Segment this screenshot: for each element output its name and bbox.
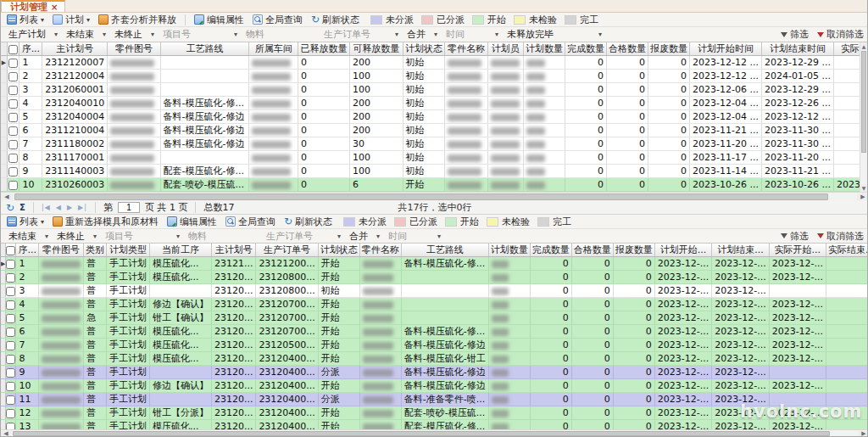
filter-unreleased[interactable]: 未释放完毕▾: [504, 27, 605, 42]
table-row[interactable]: ▶123121200070200初始0002023-12-12 ...2023-…: [1, 56, 867, 70]
row-checkbox[interactable]: [8, 59, 18, 68]
table-row[interactable]: 10普手工计划修边【确认】23120...23120400...开始备料-模压硫…: [1, 379, 868, 393]
reselect-mold-material-button[interactable]: 重新选择模具和原材料: [50, 215, 161, 229]
row-checkbox[interactable]: [8, 99, 18, 109]
filter-not-finished[interactable]: 未结束▾: [63, 27, 109, 42]
table-row[interactable]: ▶1普手工计划模压硫化...23121...23121200...开始备料-模压…: [1, 257, 868, 271]
row-checkbox[interactable]: [8, 181, 18, 190]
refresh-status-button[interactable]: ↻刷新状态: [281, 215, 335, 229]
filter-merge[interactable]: 合并▾: [346, 229, 383, 244]
column-header[interactable]: 工艺路线: [401, 244, 488, 257]
filter-order-no-input[interactable]: 生产订单号▾: [320, 27, 402, 42]
column-header[interactable]: 零件名称: [359, 244, 401, 257]
table-row[interactable]: 7普手工计划模压硫化...23120...23120500...开始备料-模压硫…: [1, 339, 868, 352]
table-row[interactable]: 823111700010100初始0002023-11-17 ...2023-1…: [1, 151, 867, 165]
column-header[interactable]: 计划数量: [488, 244, 530, 257]
row-checkbox[interactable]: [6, 328, 15, 337]
column-header[interactable]: 完成数量: [530, 244, 571, 257]
row-checkbox[interactable]: [6, 300, 15, 310]
scroll-right-icon[interactable]: ▶: [859, 431, 868, 436]
scroll-left-icon[interactable]: ◀: [1, 193, 13, 200]
row-checkbox[interactable]: [6, 355, 15, 364]
list-button[interactable]: 列表▾: [4, 215, 47, 229]
column-header[interactable]: 所属车间: [249, 42, 298, 56]
column-header[interactable]: 类别: [83, 244, 106, 257]
next-page-button[interactable]: ▶: [67, 204, 73, 211]
table-row[interactable]: 5急手工计划钳工【确认】23120...23120700...开始0002023…: [1, 311, 868, 325]
table-row[interactable]: 6普手工计划模压硫化...23120...23120700...开始备料-模压硫…: [1, 325, 868, 339]
tab-close-icon[interactable]: ×: [51, 3, 58, 12]
filter-time[interactable]: 时间▾: [442, 27, 502, 42]
filter-not-terminated[interactable]: 未终止▾: [111, 27, 158, 42]
table-row[interactable]: 102310260003配套-喷砂-模压硫...06开始0002023-10-2…: [1, 178, 867, 192]
table-row[interactable]: 92311140003配套-模压硫化-修...0100初始0002023-11-…: [1, 165, 867, 178]
column-header[interactable]: 计划状态: [403, 42, 445, 56]
row-checkbox[interactable]: [6, 368, 15, 378]
vertical-scrollbar[interactable]: ▲ ▼: [860, 42, 867, 192]
table-row[interactable]: 223121200040100初始0002023-12-12 ...2024-0…: [1, 70, 867, 83]
kit-analyze-release-button[interactable]: 齐套分析并释放: [96, 13, 179, 27]
column-header[interactable]: 实际开始...: [769, 244, 826, 257]
prev-page-button[interactable]: ◀: [56, 204, 62, 211]
row-checkbox[interactable]: [8, 86, 18, 95]
row-checkbox[interactable]: [8, 140, 18, 149]
column-header[interactable]: 已释放数量: [298, 42, 350, 56]
plan-button[interactable]: 计划▾: [50, 13, 92, 27]
column-header[interactable]: 计划结束...: [712, 244, 769, 257]
edit-properties-button[interactable]: 编辑属性: [164, 215, 220, 229]
row-checkbox[interactable]: [6, 260, 15, 269]
filter-material-input[interactable]: 物料: [242, 27, 319, 42]
column-header[interactable]: 当前工序: [149, 244, 211, 257]
table-row[interactable]: 2普手工计划模压硫化...23120...23120800...开始000202…: [1, 271, 868, 284]
column-header[interactable]: 零件名称: [445, 42, 487, 56]
filter-not-finished[interactable]: 未结束▾: [5, 229, 52, 244]
filter-project-no-input[interactable]: 项目号▾: [102, 229, 183, 244]
column-header[interactable]: 实际结束...: [826, 244, 868, 257]
column-header[interactable]: 计划开始...: [654, 244, 711, 257]
scroll-up-icon[interactable]: ▲: [860, 42, 867, 50]
column-header[interactable]: 计划数量: [523, 42, 565, 56]
filter-material-input[interactable]: 物料: [185, 229, 261, 244]
page-number-input[interactable]: [118, 202, 140, 213]
column-header[interactable]: 主计划号: [42, 42, 108, 56]
edit-properties-button[interactable]: 编辑属性: [192, 13, 247, 27]
column-header[interactable]: 序...: [16, 244, 39, 257]
filter-project-no-input[interactable]: 项目号▾: [159, 27, 241, 42]
row-checkbox[interactable]: [6, 314, 15, 323]
table-row[interactable]: 8普手工计划模压硫化...23120...23120400...开始备料-模压硫…: [1, 352, 868, 366]
column-header[interactable]: 生产订单号: [256, 244, 318, 257]
row-checkbox[interactable]: [6, 395, 15, 405]
horizontal-scrollbar[interactable]: ◀ ▶: [1, 429, 868, 437]
row-checkbox[interactable]: [6, 287, 15, 296]
filter-button[interactable]: 筛选: [781, 230, 809, 243]
column-header[interactable]: 计划状态: [318, 244, 359, 257]
first-page-button[interactable]: |◀: [42, 204, 51, 211]
table-row[interactable]: 323120600010100初始0002023-12-06 ...2023-1…: [1, 83, 867, 97]
table-row[interactable]: 3普手工计划23120...23120800...初始0002023-12-..…: [1, 284, 868, 298]
column-header[interactable]: 可释放数量: [350, 42, 403, 56]
select-all-checkbox[interactable]: [6, 246, 15, 255]
table-row[interactable]: 52312040004备料-模压硫化-修边0200初始0002023-12-04…: [1, 110, 867, 124]
global-search-button[interactable]: 全局查询: [223, 215, 278, 229]
pager-refresh-icon[interactable]: ↻: [6, 202, 14, 214]
column-header[interactable]: 合格数量: [607, 42, 648, 56]
filter-merge[interactable]: 合并▾: [403, 27, 441, 42]
row-checkbox[interactable]: [8, 126, 18, 136]
filter-time[interactable]: 时间▾: [385, 229, 444, 244]
filter-production-plan[interactable]: 生产计划▾: [5, 27, 61, 42]
scroll-down-icon[interactable]: ▼: [860, 184, 867, 192]
scroll-right-icon[interactable]: ▶: [857, 193, 868, 200]
row-checkbox[interactable]: [6, 409, 15, 418]
table-row[interactable]: 11普手工计划23120...23120400...分派备料-准备零件-喷...…: [1, 393, 868, 406]
column-header[interactable]: 主计划号: [211, 244, 255, 257]
column-header[interactable]: 零件图号: [108, 42, 160, 56]
column-header[interactable]: 计划开始时间: [690, 42, 762, 56]
select-all-checkbox[interactable]: [8, 45, 18, 54]
column-header[interactable]: 报废数量: [648, 42, 690, 56]
column-header[interactable]: 序...: [19, 42, 42, 56]
row-checkbox[interactable]: [8, 72, 18, 81]
column-header[interactable]: 合格数量: [571, 244, 613, 257]
filter-not-terminated[interactable]: 未终止▾: [53, 229, 100, 244]
row-checkbox[interactable]: [6, 341, 15, 350]
table-row[interactable]: 4普手工计划修边【确认】23120...23120700...开始0002023…: [1, 298, 868, 311]
